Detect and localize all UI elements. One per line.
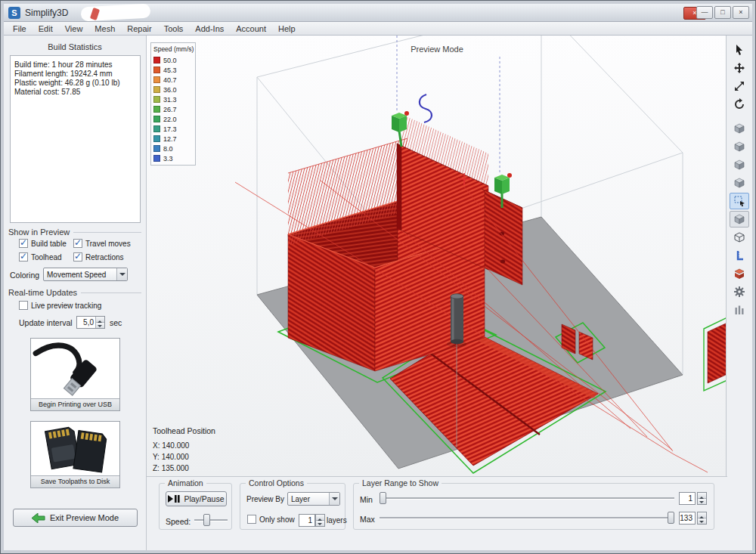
menu-repair[interactable]: Repair xyxy=(121,23,157,35)
checkbox-live-preview-tracking[interactable]: Live preview tracking xyxy=(19,301,101,310)
stat-build-time: Build time: 1 hour 28 minutes xyxy=(14,60,136,70)
stat-filament-length: Filament length: 19242.4 mm xyxy=(14,70,136,79)
maximize-button[interactable]: □ xyxy=(714,6,731,19)
speed-slider-thumb[interactable] xyxy=(203,514,210,526)
right-toolbar xyxy=(726,36,752,550)
min-layer-value[interactable]: 1 xyxy=(679,492,696,505)
animation-group: Animation Play/Pause Speed: xyxy=(159,483,232,530)
move-tool-icon[interactable] xyxy=(730,60,749,76)
preview-mode-label: Preview Mode xyxy=(147,45,727,54)
coloring-dropdown[interactable]: Movement Speed xyxy=(43,268,128,281)
begin-printing-usb-button[interactable]: Begin Printing over USB xyxy=(30,338,120,411)
support-structures-icon[interactable] xyxy=(730,302,749,318)
viewport-3d-scene[interactable] xyxy=(147,36,727,476)
toolhead-y: Y: 140.000 xyxy=(153,451,215,463)
play-pause-button[interactable]: Play/Pause xyxy=(166,491,227,506)
spin-down-icon[interactable] xyxy=(96,323,104,328)
sd-cards-image xyxy=(31,422,119,475)
view-cube-4-icon[interactable] xyxy=(730,175,749,191)
coloring-label: Coloring xyxy=(10,271,39,280)
legend-swatch xyxy=(153,145,160,152)
update-interval-unit: sec xyxy=(110,318,122,327)
machine-settings-icon[interactable] xyxy=(730,283,749,300)
only-show-layers-value[interactable]: 1 xyxy=(299,514,315,527)
checkbox-box xyxy=(19,252,28,262)
usb-button-caption: Begin Printing over USB xyxy=(31,398,119,410)
measure-tool-icon[interactable] xyxy=(730,247,749,264)
rotate-tool-icon[interactable] xyxy=(730,96,749,113)
checkbox-build-table[interactable]: Build table xyxy=(19,239,67,248)
wireframe-view-icon[interactable] xyxy=(730,229,749,246)
checkbox-travel-moves[interactable]: Travel moves xyxy=(73,239,131,248)
spin-up-icon[interactable] xyxy=(698,512,706,518)
zoom-region-tool-icon[interactable] xyxy=(730,193,749,209)
preview-viewport[interactable]: Preview Mode Speed (mm/s) 50.0 45.3 40.7… xyxy=(147,36,727,476)
max-layer-spinner[interactable] xyxy=(697,512,707,525)
min-layer-slider[interactable] xyxy=(380,492,674,504)
view-cube-2-icon[interactable] xyxy=(730,138,749,155)
stat-material-cost: Material cost: 57.85 xyxy=(14,88,136,97)
play-pause-icon xyxy=(168,495,180,503)
menu-help[interactable]: Help xyxy=(272,23,302,35)
chevron-down-icon xyxy=(116,268,127,280)
min-layer-spinner[interactable] xyxy=(697,492,707,505)
min-slider-thumb[interactable] xyxy=(380,492,386,504)
scale-tool-icon[interactable] xyxy=(730,78,749,94)
layer-range-group: Layer Range to Show Min 1 Max 133 xyxy=(353,483,714,530)
exit-preview-mode-button[interactable]: Exit Preview Mode xyxy=(13,509,138,527)
realtime-updates-header: Real-time Updates xyxy=(8,288,141,297)
speed-legend: Speed (mm/s) 50.0 45.3 40.7 36.0 31.3 26… xyxy=(150,42,196,166)
checkbox-toolhead[interactable]: Toolhead xyxy=(19,252,62,262)
menu-view[interactable]: View xyxy=(59,23,89,35)
checkbox-box xyxy=(73,252,82,262)
toolhead-position-readout: Toolhead Position X: 140.000 Y: 140.000 … xyxy=(153,426,215,474)
menu-file[interactable]: File xyxy=(7,23,33,35)
close-button[interactable]: × xyxy=(733,6,749,19)
legend-swatch xyxy=(153,125,160,132)
legend-swatch xyxy=(153,116,160,122)
spin-up-icon[interactable] xyxy=(316,515,324,521)
menu-bar: File Edit View Mesh Repair Tools Add-Ins… xyxy=(4,22,752,36)
menu-mesh[interactable]: Mesh xyxy=(88,23,121,35)
view-cube-1-icon[interactable] xyxy=(730,120,749,137)
menu-account[interactable]: Account xyxy=(230,23,272,35)
minimize-button[interactable]: — xyxy=(696,6,713,19)
max-slider-thumb[interactable] xyxy=(668,512,674,524)
build-statistics-box: Build time: 1 hour 28 minutes Filament l… xyxy=(10,55,141,223)
spin-up-icon[interactable] xyxy=(96,317,104,323)
menu-addins[interactable]: Add-Ins xyxy=(189,23,230,35)
animation-speed-slider[interactable] xyxy=(194,514,228,526)
menu-tools[interactable]: Tools xyxy=(158,23,190,35)
preview-by-label: Preview By xyxy=(246,495,284,503)
max-label: Max xyxy=(360,515,375,524)
stat-plastic-weight: Plastic weight: 46.28 g (0.10 lb) xyxy=(14,79,136,88)
slider-track xyxy=(380,497,674,499)
only-show-layers-spinner[interactable] xyxy=(315,514,325,527)
update-interval-spinner[interactable]: 5,0 xyxy=(76,316,105,329)
cross-section-tool-icon[interactable] xyxy=(730,265,749,282)
normal-view-icon[interactable] xyxy=(730,211,749,227)
preview-by-dropdown[interactable]: Layer xyxy=(287,492,340,506)
checkbox-box xyxy=(73,239,82,248)
min-label: Min xyxy=(360,495,373,504)
select-tool-icon[interactable] xyxy=(730,42,749,58)
max-layer-value[interactable]: 133 xyxy=(679,512,696,525)
bottom-control-bar: Animation Play/Pause Speed: Control Opti… xyxy=(147,476,727,550)
spin-down-icon[interactable] xyxy=(316,521,324,526)
toolhead-x: X: 140.000 xyxy=(153,440,215,451)
view-cube-3-icon[interactable] xyxy=(730,156,749,173)
checkbox-box xyxy=(19,239,28,248)
legend-swatch xyxy=(153,76,160,83)
checkbox-retractions[interactable]: Retractions xyxy=(73,252,124,262)
spin-up-icon[interactable] xyxy=(698,493,706,499)
chevron-down-icon xyxy=(329,493,339,505)
spin-down-icon[interactable] xyxy=(698,499,706,504)
titlebar[interactable]: S Simplify3D × — □ × xyxy=(4,4,752,22)
spin-down-icon[interactable] xyxy=(698,518,706,524)
checkbox-only-show[interactable]: Only show xyxy=(247,515,295,524)
save-toolpaths-disk-button[interactable]: Save Toolpaths to Disk xyxy=(30,421,120,488)
max-layer-slider[interactable] xyxy=(380,512,674,524)
app-window: S Simplify3D × — □ × File Edit View Mesh… xyxy=(0,0,756,554)
menu-edit[interactable]: Edit xyxy=(33,23,59,35)
layers-label: layers xyxy=(327,516,347,525)
